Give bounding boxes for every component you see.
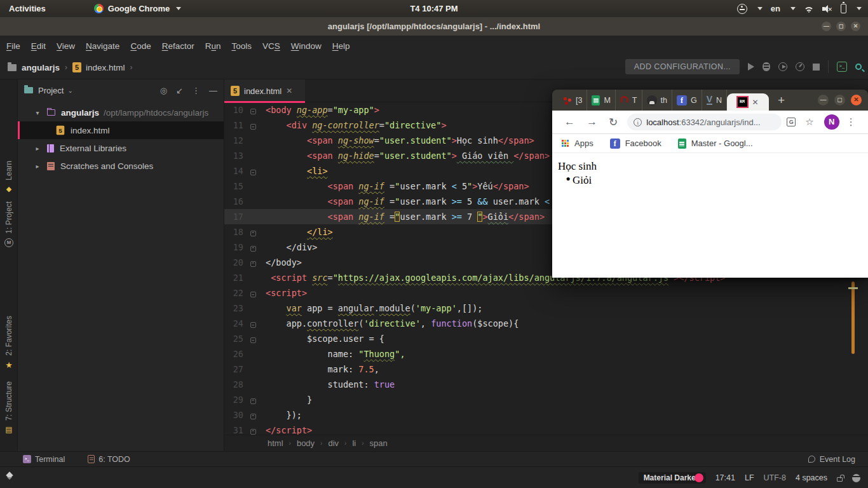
forward-icon[interactable]: →	[587, 116, 597, 128]
minimize-button[interactable]: —	[822, 22, 831, 31]
code-line-23[interactable]: 23 var app = angular.module('my-app',[])…	[224, 301, 868, 316]
stop-icon[interactable]	[813, 64, 820, 71]
volume-muted-icon[interactable]: ✕	[822, 5, 832, 13]
fold-marker[interactable]: ^	[248, 425, 257, 435]
fold-marker[interactable]: ^	[248, 257, 257, 268]
code-line-29[interactable]: 29^ }	[224, 392, 868, 407]
chevron-icon[interactable]: ▾	[33, 109, 42, 116]
menu-item-tools[interactable]: Tools	[231, 41, 252, 51]
menu-item-vcs[interactable]: VCS	[262, 41, 280, 51]
event-log-button[interactable]: Event Log	[808, 455, 855, 464]
fold-marker[interactable]: ^	[248, 395, 257, 405]
editor-breadcrumb-li[interactable]: li	[352, 438, 356, 448]
menu-item-navigate[interactable]: Navigate	[86, 41, 119, 51]
project-tree-row-external-libraries[interactable]: ▸External Libraries	[18, 139, 224, 157]
editor-breadcrumb-span[interactable]: span	[370, 438, 388, 448]
chrome-tab[interactable]: T	[616, 90, 642, 111]
add-configuration-button[interactable]: ADD CONFIGURATION...	[625, 59, 740, 74]
translate-icon[interactable]: G	[787, 118, 796, 126]
line-ending[interactable]: LF	[745, 473, 754, 482]
fold-marker[interactable]: −	[248, 166, 257, 176]
caret-position[interactable]: 17:41	[715, 473, 735, 482]
chevron-down-icon[interactable]: ⌄	[67, 87, 72, 94]
menu-item-run[interactable]: Run	[205, 41, 221, 51]
fold-marker[interactable]: ^	[248, 227, 257, 237]
code-line-25[interactable]: 25− $scope.user = {	[224, 331, 868, 346]
chrome-tab[interactable]: fG	[672, 90, 702, 111]
debug-icon[interactable]	[763, 62, 770, 71]
fold-marker[interactable]: −	[248, 288, 257, 298]
run-icon[interactable]	[748, 63, 754, 71]
code-line-26[interactable]: 26 name: "Thuong",	[224, 346, 868, 362]
address-bar[interactable]: i localhost :63342/angularjs/ind...	[627, 114, 782, 130]
chevron-icon[interactable]: ▸	[33, 163, 42, 170]
stripe-item-structure[interactable]: 7: Structure▤	[0, 381, 18, 434]
collapse-all-icon[interactable]: ↙	[176, 86, 183, 95]
chrome-tab[interactable]: [3	[557, 90, 587, 111]
locate-icon[interactable]: ◎	[160, 86, 167, 95]
close-button[interactable]: ✕	[851, 22, 860, 31]
stripe-item-project[interactable]: 1: ProjectM	[0, 201, 18, 247]
back-icon[interactable]: ←	[564, 116, 575, 128]
close-button[interactable]: ✕	[851, 95, 862, 105]
close-tab-icon[interactable]: ✕	[286, 86, 292, 95]
minimize-button[interactable]: —	[818, 95, 829, 105]
search-everywhere-icon[interactable]	[855, 64, 862, 70]
todo-tool-button[interactable]: 6: TODO	[88, 455, 130, 464]
file-encoding[interactable]: UTF-8	[764, 473, 786, 482]
project-tree-row-scratches-and-consoles[interactable]: ▸Scratches and Consoles	[18, 157, 224, 175]
chevron-down-icon[interactable]	[857, 7, 862, 10]
bookmark-apps[interactable]: Apps	[561, 139, 593, 148]
chrome-tab-active[interactable]: RM✕	[727, 93, 769, 111]
profile-avatar[interactable]: N	[824, 114, 839, 130]
fold-marker[interactable]: −	[248, 105, 257, 115]
menu-item-code[interactable]: Code	[130, 41, 151, 51]
bookmark-facebook[interactable]: fFacebook	[610, 139, 661, 149]
breadcrumb-file[interactable]: index.html	[86, 63, 125, 72]
tool-windows-toggle-icon[interactable]	[6, 473, 13, 480]
stripe-item-favorites[interactable]: 2: Favorites★	[0, 316, 18, 370]
fold-marker[interactable]: −	[248, 318, 257, 329]
maximize-button[interactable]: ◻	[836, 22, 846, 31]
project-tree-row-angularjs[interactable]: ▾angularjs/opt/lampp/htdocs/angularjs	[18, 104, 224, 121]
editor-breadcrumb-html[interactable]: html	[268, 438, 283, 448]
battery-icon[interactable]	[841, 4, 846, 13]
code-line-31[interactable]: 31^</script>	[224, 423, 868, 435]
code-line-28[interactable]: 28 student: true	[224, 377, 868, 392]
hide-panel-icon[interactable]: —	[209, 86, 217, 95]
code-line-27[interactable]: 27 mark: 7.5,	[224, 362, 868, 377]
keyboard-layout-indicator[interactable]: en	[771, 4, 780, 13]
terminal-tool-button[interactable]: >_ Terminal	[23, 455, 65, 464]
code-line-24[interactable]: 24− app.controller('directive', function…	[224, 316, 868, 331]
project-panel-title[interactable]: Project	[38, 86, 64, 95]
wifi-icon[interactable]	[804, 5, 814, 13]
chrome-tab[interactable]: M	[587, 90, 615, 111]
editor-tab-index-html[interactable]: 5 index.html ✕	[224, 79, 305, 102]
editor-breadcrumb-body[interactable]: body	[297, 438, 315, 448]
menu-item-help[interactable]: Help	[332, 41, 350, 51]
menu-item-refactor[interactable]: Refactor	[162, 41, 194, 51]
maximize-button[interactable]: ◻	[834, 95, 845, 105]
profiler-icon[interactable]	[796, 62, 804, 71]
menu-item-view[interactable]: View	[57, 41, 75, 51]
fold-marker[interactable]: −	[248, 334, 257, 344]
code-line-30[interactable]: 30^ });	[224, 407, 868, 423]
run-coverage-icon[interactable]	[778, 62, 787, 71]
stripe-item-learn[interactable]: Learn◆	[0, 161, 18, 193]
theme-widget[interactable]: Material Darke	[639, 472, 706, 484]
chrome-tab[interactable]: th	[642, 90, 672, 111]
inspection-profile-icon[interactable]	[852, 474, 860, 482]
bookmark-mastergoogl[interactable]: Master - Googl...	[678, 139, 753, 149]
code-line-22[interactable]: 22−<script>	[224, 285, 868, 301]
menu-item-window[interactable]: Window	[291, 41, 322, 51]
scrollbar-warning-marker[interactable]	[851, 281, 855, 354]
chrome-tab[interactable]: VN	[702, 90, 727, 111]
page-info-icon[interactable]: i	[634, 118, 642, 126]
new-tab-button[interactable]: +	[778, 93, 785, 107]
project-tree-row-index-html[interactable]: 5index.html	[18, 121, 224, 139]
fold-marker[interactable]: ^	[248, 242, 257, 252]
accessibility-icon[interactable]	[737, 4, 747, 14]
reload-icon[interactable]: ↻	[609, 116, 618, 129]
terminal-icon[interactable]: >_	[837, 62, 847, 72]
breadcrumb-project[interactable]: angularjs	[22, 63, 60, 72]
